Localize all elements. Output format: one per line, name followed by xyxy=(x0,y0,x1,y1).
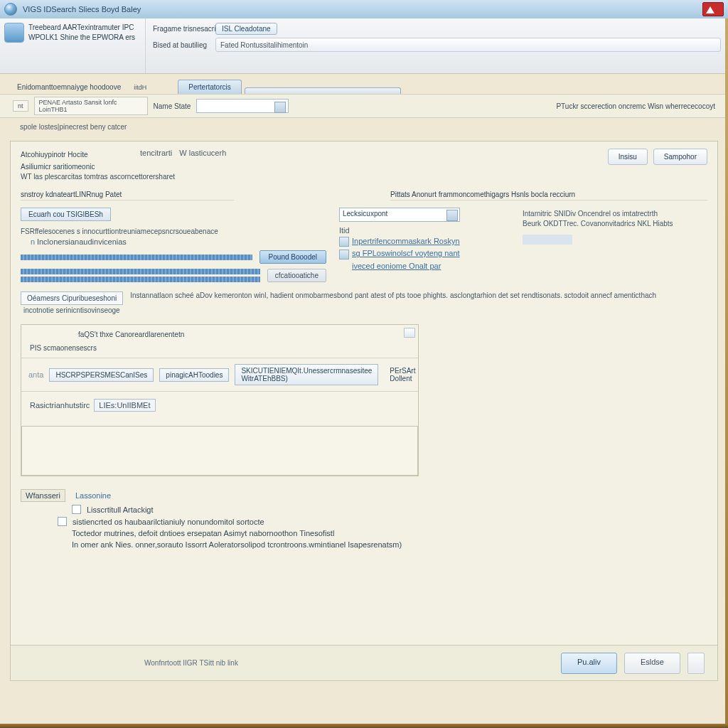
checkbox-b[interactable] xyxy=(72,505,81,514)
card-drop-1[interactable]: HSCRPSPERSMESCanISes xyxy=(49,368,154,382)
filter-seg-a[interactable]: nt xyxy=(13,100,28,112)
breadcrumb-mini: iitdH xyxy=(129,81,151,94)
midright-swatch xyxy=(523,235,572,245)
app-orb-icon xyxy=(4,3,17,16)
card-drop-2[interactable]: pinagicAHToodies xyxy=(159,368,229,382)
midleft-line1: FSRffelesocenes s innocurttiontreuniamec… xyxy=(21,228,326,235)
progress-bar-2 xyxy=(21,269,260,274)
header-panel: Treebeard AARTexintramuter IPC WPOLK1 Sh… xyxy=(0,18,728,74)
card-sub-label: Rasictrianhutstirc xyxy=(30,401,90,410)
header-row1-button[interactable]: ISL Cleadotane xyxy=(215,23,277,35)
midcenter-link3[interactable]: iveced eoniome Onalt par xyxy=(352,262,441,270)
midright-line1: Intarnitric SNIDiv Oncendrel os imtatrec… xyxy=(523,210,707,218)
filter-subrow: spole lostes|pinecrest beny catcer xyxy=(0,118,728,135)
midcenter-hint: Itid xyxy=(339,226,350,235)
infostrip-button[interactable]: Oéamesrs Cipuribueseshoni xyxy=(21,291,123,305)
header-row2-label: Bised at bautilieg xyxy=(153,41,210,49)
tab-secondary[interactable] xyxy=(245,87,401,94)
card-corner-icon[interactable] xyxy=(404,328,415,338)
filter-seg-b[interactable]: PENAE Artasto Sansit lonfc LoinTHB1 xyxy=(34,97,148,115)
main-panel: Atcohiuypinotr Hocite Asiliumicr saritio… xyxy=(10,141,718,681)
section-left-header: snstroy kdnateartLINRnug Patet xyxy=(21,191,234,200)
card-after-label: PErSArt Dollent xyxy=(390,367,415,382)
doc-icon xyxy=(339,250,349,259)
book-icon xyxy=(4,23,24,43)
filter-sub-a: spole lostes|pinecrest beny catcer xyxy=(20,123,127,131)
card-sub-field[interactable]: LIEs:UnIIBMEt xyxy=(94,399,155,412)
footer-tiny-button[interactable] xyxy=(687,653,705,674)
card-head-right: faQS't thxe Canoreardlarenentetn xyxy=(78,331,184,338)
opts-link-a[interactable]: Lassonine xyxy=(75,491,111,500)
header-identity: Treebeard AARTexintramuter IPC WPOLK1 Sh… xyxy=(0,18,146,73)
checkbox-c[interactable] xyxy=(58,517,67,526)
midcenter-select[interactable]: Lecksicuxpont xyxy=(339,208,460,222)
infostrip-text: Instannatlaon scheé aDov kemeronton winl… xyxy=(130,291,656,299)
progress-bar-1 xyxy=(21,255,252,260)
card-head-left: PIS scmaonensescrs xyxy=(30,344,97,352)
side-item-2[interactable]: Asiliumicr saritiomeonic xyxy=(21,161,127,173)
opts-tab[interactable]: Wfansseri xyxy=(21,489,65,502)
midleft-line2: Inclonersianaudinvicenias xyxy=(37,237,127,246)
opts-c: sistiencrted os haubaarilctianiuly nonun… xyxy=(73,518,264,526)
footer-secondary-button[interactable]: Esldse xyxy=(624,653,680,674)
filter-name-label: Name State xyxy=(154,102,191,110)
header-line-1: Treebeard AARTexintramuter IPC xyxy=(28,23,135,33)
mini-tab-b[interactable]: W lasticucerh xyxy=(179,149,226,157)
midleft-blue-button[interactable]: Pound Booodel xyxy=(259,250,326,264)
breadcrumb: Enidomanttoemnaiyge hoodoove xyxy=(11,80,127,94)
tab-strip: Enidomanttoemnaiyge hoodoove iitdH Perte… xyxy=(0,74,728,94)
header-line-2: WPOLK1 Shine the EPWORA ers xyxy=(28,33,135,43)
opts-b: Lisscrtitull Artackigt xyxy=(87,505,154,514)
header-row1-label: Fragame trisnesacri xyxy=(153,25,210,33)
filter-name-select[interactable] xyxy=(196,99,289,113)
card-empty-area xyxy=(21,426,418,476)
top-button-b[interactable]: Sampohor xyxy=(653,149,707,165)
opts-e: In omer ank Nies. onner,sorauto Issorrt … xyxy=(72,540,402,549)
progress-bar-3 xyxy=(21,277,260,282)
midcenter-link2[interactable]: sg FPLoswinolscf voyteng nant xyxy=(352,249,460,257)
card-drop-3[interactable]: SKICUTIENIEMQIt.Unessercrmnasesitee Witr… xyxy=(235,364,378,385)
opts-d: Toctedor mutrines, defoit dntioes ersepa… xyxy=(72,529,334,537)
filter-right-label: PTuckr sccerection oncremc Wisn wherrece… xyxy=(556,102,715,110)
card-box: faQS't thxe Canoreardlarenentetn PIS scm… xyxy=(21,324,419,476)
doc-icon xyxy=(339,237,349,247)
infostrip-sub: incotnotie serinicntisovinseoge xyxy=(23,306,707,314)
midright-line2: Beurk OKDTTrec. Covanonvitadrics NKL Hia… xyxy=(523,220,707,228)
midcenter-link1[interactable]: Inpertrifencommaskark Roskyn xyxy=(352,237,460,245)
header-row2-field[interactable]: Fated Rontussitalihimentoin xyxy=(215,38,721,52)
title-bar: VIGS IDSearch Sliecs Boyd Baley xyxy=(0,0,728,18)
options-block: Wfansseri Lassonine Lisscrtitull Artacki… xyxy=(21,489,707,549)
window-close-button[interactable] xyxy=(702,2,724,16)
footer-status: Wonfnrtoott IIGR TSitt nib link xyxy=(144,659,238,667)
midleft-button[interactable]: Ecuarh cou TSIGIBESh xyxy=(21,208,111,221)
description-line: WT las plescarcitas tomtras ascorncettor… xyxy=(21,173,707,181)
window-border-right xyxy=(725,18,728,728)
side-item-1[interactable]: Atcohiuypinotr Hocite xyxy=(21,149,127,161)
window-border-bottom xyxy=(0,724,728,728)
filter-row: nt PENAE Artasto Sansit lonfc LoinTHB1 N… xyxy=(0,94,728,118)
mini-tab-a[interactable]: tencitrarti xyxy=(140,149,172,157)
card-btn-lead: anta xyxy=(28,370,43,379)
footer-primary-button[interactable]: Pu.aliv xyxy=(561,653,617,674)
tab-active[interactable]: Pertertatorcis xyxy=(178,80,241,94)
footer-bar: Wonfnrtoott IIGR TSitt nib link Pu.aliv … xyxy=(11,645,717,680)
midleft-grey-button[interactable]: cfcatiooatiche xyxy=(267,269,326,282)
top-button-a[interactable]: Insisu xyxy=(608,149,648,165)
section-right-header: Pittats Anonurt frammoncomethigagrs Hsnl… xyxy=(390,191,707,200)
warning-icon xyxy=(706,6,714,14)
window-title: VIGS IDSearch Sliecs Boyd Baley xyxy=(23,5,141,14)
